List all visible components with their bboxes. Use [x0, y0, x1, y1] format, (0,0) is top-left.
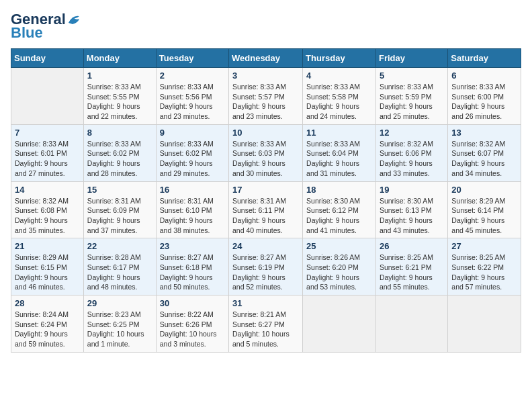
day-info: Sunrise: 8:32 AMSunset: 6:06 PMDaylight:… [380, 139, 444, 179]
day-number: 22 [87, 241, 152, 251]
day-number: 9 [160, 128, 225, 138]
page-header: General Blue [11, 11, 521, 42]
day-info: Sunrise: 8:29 AMSunset: 6:14 PMDaylight:… [451, 196, 517, 236]
day-info: Sunrise: 8:31 AMSunset: 6:11 PMDaylight:… [232, 196, 299, 236]
day-info: Sunrise: 8:30 AMSunset: 6:12 PMDaylight:… [306, 196, 372, 236]
calendar-cell: 4Sunrise: 8:33 AMSunset: 5:58 PMDaylight… [303, 68, 376, 125]
day-number: 21 [15, 241, 80, 251]
calendar-cell: 22Sunrise: 8:28 AMSunset: 6:17 PMDayligh… [83, 238, 156, 295]
calendar-week-row: 21Sunrise: 8:29 AMSunset: 6:15 PMDayligh… [11, 238, 521, 295]
day-number: 20 [451, 185, 517, 195]
day-number: 6 [451, 71, 517, 81]
day-number: 15 [87, 185, 152, 195]
calendar-cell: 10Sunrise: 8:33 AMSunset: 6:03 PMDayligh… [229, 124, 303, 181]
day-number: 24 [232, 241, 299, 251]
weekday-header-row: SundayMondayTuesdayWednesdayThursdayFrid… [11, 49, 521, 68]
day-info: Sunrise: 8:33 AMSunset: 6:04 PMDaylight:… [306, 139, 372, 179]
day-number: 19 [380, 185, 444, 195]
calendar-week-row: 28Sunrise: 8:24 AMSunset: 6:24 PMDayligh… [11, 295, 521, 353]
day-info: Sunrise: 8:33 AMSunset: 5:55 PMDaylight:… [87, 82, 152, 122]
calendar-cell: 13Sunrise: 8:32 AMSunset: 6:07 PMDayligh… [448, 124, 521, 181]
day-info: Sunrise: 8:33 AMSunset: 5:57 PMDaylight:… [232, 82, 299, 122]
day-info: Sunrise: 8:25 AMSunset: 6:21 PMDaylight:… [380, 253, 444, 292]
logo-blue: Blue [11, 24, 43, 42]
day-number: 7 [15, 128, 80, 138]
weekday-header-wednesday: Wednesday [229, 49, 303, 68]
calendar-cell: 14Sunrise: 8:32 AMSunset: 6:08 PMDayligh… [11, 181, 84, 238]
day-info: Sunrise: 8:30 AMSunset: 6:13 PMDaylight:… [380, 196, 444, 236]
day-info: Sunrise: 8:33 AMSunset: 6:03 PMDaylight:… [232, 139, 299, 179]
calendar-cell: 23Sunrise: 8:27 AMSunset: 6:18 PMDayligh… [156, 238, 228, 295]
day-number: 3 [232, 71, 299, 81]
day-number: 11 [306, 128, 372, 138]
day-info: Sunrise: 8:29 AMSunset: 6:15 PMDaylight:… [15, 253, 80, 292]
day-number: 16 [160, 185, 225, 195]
day-info: Sunrise: 8:28 AMSunset: 6:17 PMDaylight:… [87, 253, 152, 292]
day-number: 30 [160, 298, 225, 308]
calendar-table: SundayMondayTuesdayWednesdayThursdayFrid… [11, 48, 521, 353]
logo: General Blue [11, 11, 82, 42]
calendar-cell: 31Sunrise: 8:21 AMSunset: 6:27 PMDayligh… [229, 295, 303, 353]
day-number: 26 [380, 241, 444, 251]
calendar-cell: 24Sunrise: 8:27 AMSunset: 6:19 PMDayligh… [229, 238, 303, 295]
calendar-cell: 27Sunrise: 8:25 AMSunset: 6:22 PMDayligh… [448, 238, 521, 295]
day-info: Sunrise: 8:33 AMSunset: 5:59 PMDaylight:… [380, 82, 444, 122]
calendar-cell [375, 295, 447, 353]
day-info: Sunrise: 8:21 AMSunset: 6:27 PMDaylight:… [232, 310, 299, 349]
weekday-header-monday: Monday [83, 49, 156, 68]
logo-bird-icon [67, 13, 82, 26]
calendar-cell: 12Sunrise: 8:32 AMSunset: 6:06 PMDayligh… [375, 124, 447, 181]
calendar-cell: 29Sunrise: 8:23 AMSunset: 6:25 PMDayligh… [83, 295, 156, 353]
calendar-cell: 20Sunrise: 8:29 AMSunset: 6:14 PMDayligh… [448, 181, 521, 238]
calendar-cell: 5Sunrise: 8:33 AMSunset: 5:59 PMDaylight… [375, 68, 447, 125]
day-number: 1 [87, 71, 152, 81]
calendar-cell: 19Sunrise: 8:30 AMSunset: 6:13 PMDayligh… [375, 181, 447, 238]
calendar-week-row: 1Sunrise: 8:33 AMSunset: 5:55 PMDaylight… [11, 68, 521, 125]
day-info: Sunrise: 8:31 AMSunset: 6:09 PMDaylight:… [87, 196, 152, 236]
day-info: Sunrise: 8:33 AMSunset: 6:00 PMDaylight:… [451, 82, 517, 122]
day-number: 31 [232, 298, 299, 308]
day-info: Sunrise: 8:25 AMSunset: 6:22 PMDaylight:… [451, 253, 517, 292]
calendar-cell: 7Sunrise: 8:33 AMSunset: 6:01 PMDaylight… [11, 124, 84, 181]
calendar-cell: 9Sunrise: 8:33 AMSunset: 6:02 PMDaylight… [156, 124, 228, 181]
day-number: 18 [306, 185, 372, 195]
calendar-cell: 8Sunrise: 8:33 AMSunset: 6:02 PMDaylight… [83, 124, 156, 181]
day-number: 2 [160, 71, 225, 81]
weekday-header-saturday: Saturday [448, 49, 521, 68]
calendar-week-row: 7Sunrise: 8:33 AMSunset: 6:01 PMDaylight… [11, 124, 521, 181]
day-number: 27 [451, 241, 517, 251]
day-info: Sunrise: 8:24 AMSunset: 6:24 PMDaylight:… [15, 310, 80, 349]
day-info: Sunrise: 8:32 AMSunset: 6:07 PMDaylight:… [451, 139, 517, 179]
calendar-cell [448, 295, 521, 353]
day-number: 28 [15, 298, 80, 308]
day-info: Sunrise: 8:32 AMSunset: 6:08 PMDaylight:… [15, 196, 80, 236]
day-number: 5 [380, 71, 444, 81]
calendar-cell: 11Sunrise: 8:33 AMSunset: 6:04 PMDayligh… [303, 124, 376, 181]
calendar-cell: 16Sunrise: 8:31 AMSunset: 6:10 PMDayligh… [156, 181, 228, 238]
calendar-cell: 25Sunrise: 8:26 AMSunset: 6:20 PMDayligh… [303, 238, 376, 295]
day-info: Sunrise: 8:33 AMSunset: 6:01 PMDaylight:… [15, 139, 80, 179]
day-number: 23 [160, 241, 225, 251]
day-number: 29 [87, 298, 152, 308]
calendar-week-row: 14Sunrise: 8:32 AMSunset: 6:08 PMDayligh… [11, 181, 521, 238]
day-info: Sunrise: 8:33 AMSunset: 5:58 PMDaylight:… [306, 82, 372, 122]
day-info: Sunrise: 8:26 AMSunset: 6:20 PMDaylight:… [306, 253, 372, 292]
calendar-cell: 28Sunrise: 8:24 AMSunset: 6:24 PMDayligh… [11, 295, 84, 353]
calendar-cell: 18Sunrise: 8:30 AMSunset: 6:12 PMDayligh… [303, 181, 376, 238]
day-number: 10 [232, 128, 299, 138]
weekday-header-sunday: Sunday [11, 49, 84, 68]
weekday-header-tuesday: Tuesday [156, 49, 228, 68]
day-info: Sunrise: 8:33 AMSunset: 5:56 PMDaylight:… [160, 82, 225, 122]
day-info: Sunrise: 8:27 AMSunset: 6:18 PMDaylight:… [160, 253, 225, 292]
calendar-cell: 17Sunrise: 8:31 AMSunset: 6:11 PMDayligh… [229, 181, 303, 238]
calendar-cell [303, 295, 376, 353]
day-number: 13 [451, 128, 517, 138]
day-number: 4 [306, 71, 372, 81]
day-number: 8 [87, 128, 152, 138]
calendar-cell: 6Sunrise: 8:33 AMSunset: 6:00 PMDaylight… [448, 68, 521, 125]
day-info: Sunrise: 8:33 AMSunset: 6:02 PMDaylight:… [87, 139, 152, 179]
calendar-cell: 2Sunrise: 8:33 AMSunset: 5:56 PMDaylight… [156, 68, 228, 125]
calendar-cell: 26Sunrise: 8:25 AMSunset: 6:21 PMDayligh… [375, 238, 447, 295]
calendar-cell [11, 68, 84, 125]
day-info: Sunrise: 8:31 AMSunset: 6:10 PMDaylight:… [160, 196, 225, 236]
